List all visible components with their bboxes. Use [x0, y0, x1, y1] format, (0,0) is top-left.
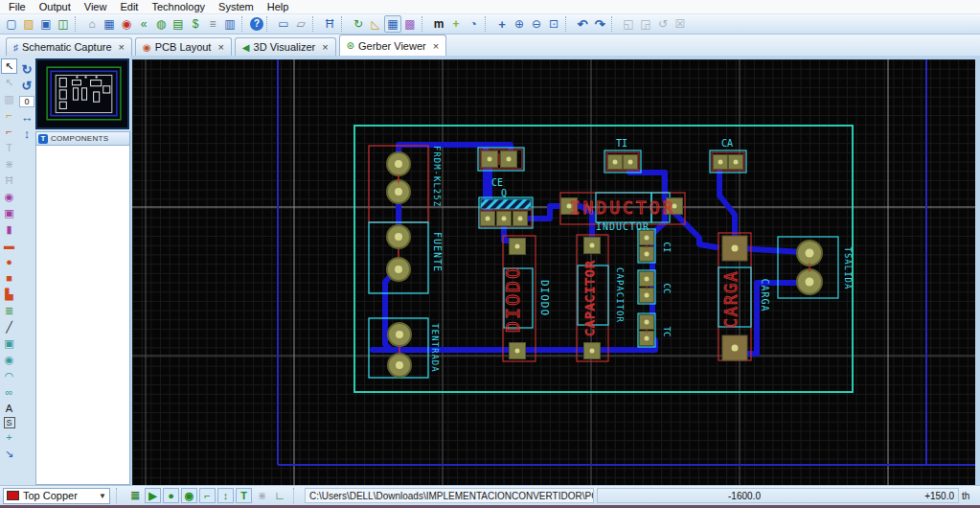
- design-rule-icon[interactable]: ◍: [152, 15, 170, 33]
- tool-selection-filter[interactable]: ↖: [1, 75, 17, 90]
- false-origin-icon[interactable]: +: [447, 15, 465, 33]
- grid-toggle-icon[interactable]: ▦: [384, 15, 401, 33]
- tool-graphics-symbol[interactable]: S: [4, 417, 15, 428]
- label-diodo: DIODO: [538, 280, 551, 316]
- menu-bar: FileOutputViewEditTechnologySystemHelp: [0, 0, 980, 14]
- print-area-icon[interactable]: ▱: [292, 15, 309, 33]
- coordinate-y: +150.0: [891, 491, 958, 501]
- zoom-area-icon[interactable]: ⊡: [545, 15, 562, 33]
- menu-technology[interactable]: Technology: [145, 0, 212, 13]
- pcb-canvas[interactable]: INDUCTOR DIODO CAPACITOR CARGA CE Q TI C…: [132, 59, 975, 485]
- label-q: Q: [501, 188, 507, 198]
- tool-selection[interactable]: ↖: [1, 58, 17, 74]
- tool-pad-smd-circle[interactable]: ●: [1, 254, 17, 269]
- via-mode-icon[interactable]: ◉: [181, 488, 197, 503]
- layer-stack-icon[interactable]: ≣: [127, 488, 143, 503]
- tool-pad-dil[interactable]: ▮: [1, 221, 17, 237]
- tool-graphics-circle[interactable]: ◉: [1, 352, 17, 367]
- goto-center-icon[interactable]: ◉: [118, 15, 135, 33]
- tool-dimension[interactable]: ↘: [1, 446, 17, 461]
- menu-edit[interactable]: Edit: [113, 0, 145, 13]
- mirror-horizontal-icon[interactable]: ↔: [21, 111, 34, 124]
- open-file-icon[interactable]: ▨: [20, 15, 37, 33]
- menu-view[interactable]: View: [78, 0, 114, 13]
- label-ci: CI: [662, 242, 672, 253]
- new-file-icon[interactable]: ▢: [3, 15, 20, 33]
- redo-icon[interactable]: ↷: [591, 15, 608, 33]
- tab-icon: ◉: [143, 42, 151, 53]
- component-mode-icon[interactable]: ▶: [145, 488, 161, 503]
- file-path-field[interactable]: C:\Users\DELL\Downloads\IMPLEMENTACIONCO…: [305, 488, 594, 503]
- tool-via[interactable]: ⌐: [1, 124, 17, 139]
- notes-icon[interactable]: ≡: [204, 15, 221, 33]
- chevron-down-icon[interactable]: ▼: [99, 492, 106, 500]
- menu-help[interactable]: Help: [261, 0, 296, 13]
- trace-mode-icon[interactable]: ⌐: [199, 488, 216, 503]
- print-icon[interactable]: ▭: [275, 15, 292, 33]
- menu-output[interactable]: Output: [33, 0, 78, 13]
- menu-system[interactable]: System: [212, 0, 261, 13]
- redraw-icon[interactable]: ↻: [350, 15, 367, 33]
- toolbar-separator: [75, 16, 80, 32]
- units-label: th: [962, 491, 977, 501]
- components-list[interactable]: [35, 146, 130, 485]
- board-explorer-icon[interactable]: ▦: [101, 15, 118, 33]
- tab-close-icon[interactable]: ×: [322, 41, 328, 53]
- tool-pad-smd-bar[interactable]: ▬: [1, 238, 17, 253]
- pin-swap-icon[interactable]: Ħ: [321, 15, 338, 33]
- script-icon[interactable]: $: [187, 15, 204, 33]
- overview-minimap[interactable]: [35, 58, 129, 129]
- tool-package[interactable]: ▥: [1, 91, 17, 106]
- undo-icon[interactable]: ↶: [574, 15, 591, 33]
- tab-close-icon[interactable]: ×: [119, 41, 125, 53]
- tool-graphics-line[interactable]: ╱: [1, 319, 17, 335]
- tab-close-icon[interactable]: ×: [433, 40, 439, 52]
- home-icon[interactable]: ⌂: [83, 15, 101, 33]
- carga-ref-text: CARGA: [721, 269, 741, 328]
- stretch-mode-icon[interactable]: ↕: [217, 488, 234, 503]
- tab-pcb-layout[interactable]: ◉ PCB Layout ×: [135, 37, 232, 56]
- layer-selector[interactable]: Top Copper ▼: [3, 488, 110, 504]
- tool-graphics-box[interactable]: ▣: [1, 335, 17, 351]
- tab-gerber-viewer[interactable]: ⊛ Gerber Viewer ×: [339, 35, 447, 56]
- tool-trace[interactable]: ⌐: [1, 107, 17, 123]
- save-file-icon[interactable]: ▣: [37, 15, 55, 33]
- tab-3d-visualizer[interactable]: ◀ 3D Visualizer ×: [235, 37, 336, 56]
- tool-layer-stack[interactable]: ≣: [1, 303, 17, 318]
- tool-graphics-path[interactable]: ∞: [1, 384, 17, 400]
- rotate-cw-icon[interactable]: ↻: [22, 63, 33, 76]
- menu-file[interactable]: File: [2, 0, 33, 13]
- tool-pad-square[interactable]: ▣: [1, 205, 17, 220]
- tool-pad-round[interactable]: ◉: [1, 189, 17, 204]
- tab-close-icon[interactable]: ×: [217, 41, 223, 53]
- rotation-angle-field[interactable]: 0: [19, 96, 34, 107]
- tool-graphics-arc[interactable]: ◠: [1, 368, 17, 383]
- zoom-out-icon[interactable]: ⊖: [528, 15, 545, 33]
- pad-mode-icon[interactable]: ●: [163, 488, 179, 503]
- report-icon[interactable]: ▥: [221, 15, 239, 33]
- metric-toggle-icon[interactable]: m: [430, 15, 447, 33]
- zoom-in-icon[interactable]: ⊕: [511, 15, 528, 33]
- route-mode-icon[interactable]: ∟: [272, 488, 287, 503]
- tool-graphics-text[interactable]: A: [1, 401, 17, 416]
- tool-connectivity[interactable]: Ħ: [1, 173, 17, 188]
- tool-ratsnest[interactable]: ⋇: [1, 156, 17, 172]
- tool-text[interactable]: T: [1, 140, 17, 155]
- label-tsalida: TSALIDA: [843, 247, 853, 290]
- tool-pad-smd-poly[interactable]: ▙: [1, 287, 17, 302]
- main-toolbar: ▢▨▣◫⌂▦◉«◍▤$≡▥?▭▱Ħ↻◺▦▩m+◔+⊕⊖⊡↶↷◱◲↺☒: [0, 14, 980, 35]
- tab-schematic-capture[interactable]: ♯ Schematic Capture ×: [6, 37, 132, 56]
- tool-marker[interactable]: +: [1, 429, 17, 445]
- import-export-icon[interactable]: ◫: [55, 15, 72, 33]
- tool-pad-smd-square[interactable]: ■: [1, 270, 17, 286]
- text-mode-icon[interactable]: T: [236, 488, 252, 503]
- zoom-component-icon[interactable]: «: [135, 15, 152, 33]
- bom-icon[interactable]: ▤: [170, 15, 187, 33]
- rotate-ccw-icon[interactable]: ↺: [22, 80, 33, 92]
- layer-setup-icon[interactable]: ◺: [367, 15, 384, 33]
- help-icon[interactable]: ?: [250, 17, 263, 31]
- mirror-vertical-icon[interactable]: ↕: [24, 127, 31, 140]
- polar-coord-icon[interactable]: ◔: [465, 15, 482, 33]
- pan-icon[interactable]: +: [493, 15, 511, 33]
- layers-dialog-icon[interactable]: ▩: [401, 15, 419, 33]
